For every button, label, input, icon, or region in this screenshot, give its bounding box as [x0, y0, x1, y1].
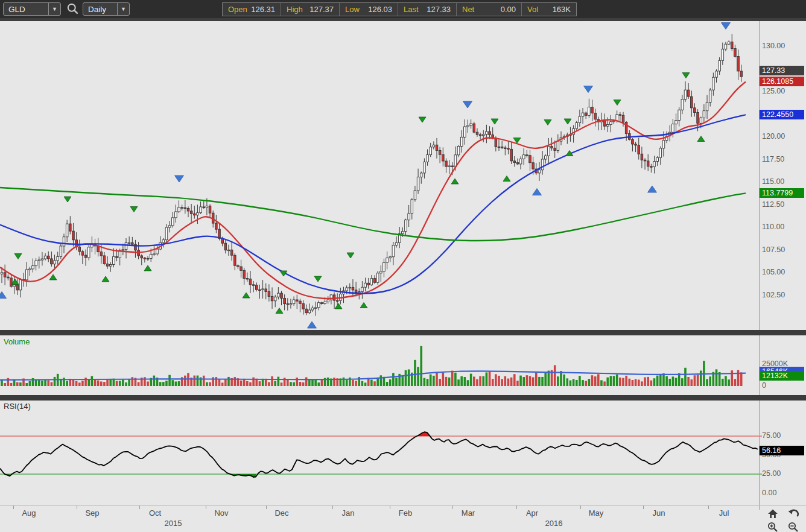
price-axis-tick: 107.50 [762, 245, 785, 254]
ohlc-value: 126.31 [251, 5, 275, 14]
month-tick [708, 505, 709, 509]
chart-area[interactable]: Volume RSI(14) 130.00125.00120.00117.501… [0, 21, 806, 532]
undo-button[interactable] [787, 508, 800, 521]
price-axis-tick: 130.00 [762, 42, 785, 50]
month-tick [580, 505, 581, 509]
swing-high-triangle-icon [722, 23, 731, 30]
month-tick [332, 505, 333, 509]
sell-signal-triangle-icon [544, 120, 551, 125]
search-button[interactable] [66, 2, 80, 17]
home-icon [767, 508, 779, 519]
ohlc-panel: Open126.31High127.37Low126.03Last127.33N… [222, 2, 577, 16]
month-label: Aug [22, 508, 36, 518]
sell-signal-triangle-icon [614, 100, 621, 106]
sell-signal-triangle-icon [682, 73, 690, 78]
month-label: Apr [526, 508, 538, 518]
ohlc-value: 0.00 [501, 5, 516, 14]
volume-last-badge: 12132K [760, 371, 804, 381]
price-axis-tick: 115.00 [762, 177, 784, 186]
timeframe-select[interactable]: Daily ▼ [83, 2, 130, 16]
chevron-down-icon[interactable]: ▼ [48, 3, 60, 15]
ohlc-label: Net [462, 5, 474, 14]
buy-signal-triangle-icon [335, 303, 342, 309]
rsi-axis-tick: 0.00 [762, 489, 776, 497]
ma-green-badge: 113.7799 [760, 188, 804, 198]
ohlc-label: Low [345, 5, 360, 14]
price-axis-border [759, 21, 760, 510]
sell-signal-triangle-icon [347, 253, 354, 258]
ma-blue-badge: 122.4550 [760, 110, 804, 119]
rsi-axis-tick: 25.00 [762, 469, 781, 478]
swing-low-triangle-icon [533, 189, 542, 195]
month-tick [206, 505, 206, 509]
chevron-down-icon[interactable]: ▼ [117, 3, 129, 15]
ohlc-field-last: Last127.33 [398, 3, 457, 16]
ohlc-label: High [287, 5, 303, 14]
volume-ma-line [0, 371, 746, 380]
search-icon [66, 2, 80, 16]
price-axis-tick: 125.00 [762, 87, 785, 95]
zoom-in-icon [767, 522, 778, 532]
price-chart-canvas[interactable] [0, 21, 806, 532]
toolbar: GLD ▼ Daily ▼ Open126.31High127.37Low126… [0, 0, 806, 21]
price-axis-tick: 120.00 [762, 132, 785, 141]
month-tick [643, 505, 644, 509]
chart-nav-controls [766, 508, 802, 532]
symbol-select[interactable]: GLD ▼ [3, 2, 61, 16]
year-label: 2016 [545, 519, 563, 528]
ohlc-label: Vol [527, 5, 538, 14]
ohlc-field-vol: Vol163K [522, 3, 576, 16]
buy-signal-triangle-icon [451, 179, 459, 184]
price-axis-tick: 117.50 [762, 155, 784, 163]
volume-pane-label: Volume [4, 337, 30, 346]
year-label: 2015 [165, 519, 182, 528]
sell-signal-triangle-icon [314, 276, 322, 282]
sell-signal-triangle-icon [64, 197, 71, 202]
ohlc-label: Last [404, 5, 419, 14]
sell-signal-triangle-icon [14, 254, 22, 259]
ohlc-field-high: High127.37 [281, 3, 340, 16]
last-price-badge: 127.33 [760, 66, 804, 75]
price-axis-tick: 105.00 [762, 268, 785, 276]
ma-slow-green-line [0, 188, 746, 241]
zoom-out-button[interactable] [787, 522, 800, 532]
pane-divider[interactable] [0, 330, 806, 335]
sell-signal-triangle-icon [130, 207, 138, 212]
ohlc-value: 163K [553, 5, 571, 14]
month-label: May [589, 508, 604, 518]
month-label: Jan [342, 508, 355, 518]
timeframe-value: Daily [83, 5, 117, 14]
ohlc-value: 127.33 [427, 5, 451, 14]
rsi-axis-tick: 75.00 [762, 431, 781, 440]
symbol-value: GLD [4, 5, 48, 14]
month-label: Jun [653, 508, 665, 518]
ma-red-badge: 126.1085 [760, 77, 804, 86]
month-tick [452, 505, 453, 509]
ohlc-field-low: Low126.03 [340, 3, 398, 16]
pane-divider[interactable] [0, 395, 806, 401]
buy-signal-triangle-icon [503, 176, 510, 182]
swing-high-triangle-icon [584, 86, 593, 93]
buy-signal-triangle-icon [49, 274, 57, 280]
buy-signal-triangle-icon [144, 265, 151, 271]
zoom-in-button[interactable] [766, 522, 779, 532]
undo-icon [787, 508, 799, 519]
month-tick [516, 505, 517, 509]
zoom-out-icon [788, 522, 799, 532]
rsi-value-badge: 56.16 [760, 446, 804, 455]
month-label: Sep [85, 508, 99, 518]
ohlc-field-open: Open126.31 [223, 3, 281, 16]
ohlc-value: 127.37 [309, 5, 334, 14]
swing-low-triangle-icon [308, 321, 317, 328]
month-label: Nov [214, 508, 228, 518]
rsi-pane-label: RSI(14) [4, 402, 31, 411]
sell-signal-triangle-icon [564, 119, 571, 124]
month-tick [77, 505, 77, 509]
price-axis-tick: 110.00 [762, 223, 784, 231]
swing-low-triangle-icon [0, 292, 7, 299]
swing-high-triangle-icon [175, 176, 184, 182]
month-label: Oct [149, 508, 161, 518]
buy-signal-triangle-icon [276, 308, 283, 314]
ohlc-label: Open [228, 5, 247, 14]
home-button[interactable] [766, 508, 779, 521]
